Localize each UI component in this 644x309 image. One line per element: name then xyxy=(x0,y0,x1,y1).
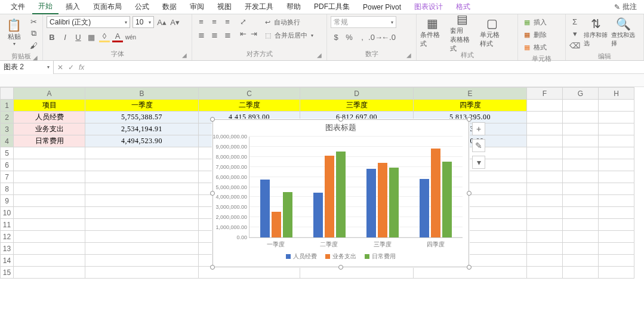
tab-insert[interactable]: 插入 xyxy=(60,0,86,14)
cell[interactable] xyxy=(14,255,85,267)
bar[interactable] xyxy=(283,192,292,237)
cell[interactable] xyxy=(599,123,634,135)
dialog-launcher-icon[interactable]: ◢ xyxy=(33,54,38,61)
resize-handle[interactable] xyxy=(467,191,472,196)
cell[interactable] xyxy=(85,195,199,207)
cell[interactable]: 项目 xyxy=(14,100,85,112)
paste-button[interactable]: 📋 粘贴 ▾ xyxy=(4,16,24,50)
cancel-formula-button[interactable]: ✕ xyxy=(57,63,63,72)
tab-developer[interactable]: 开发工具 xyxy=(239,0,279,14)
cell[interactable] xyxy=(563,112,599,123)
bar[interactable] xyxy=(336,152,346,237)
legend-item[interactable]: 日常费用 xyxy=(365,252,396,261)
dialog-launcher-icon[interactable]: ◢ xyxy=(182,52,187,58)
number-format-combo[interactable]: 常规▾ xyxy=(331,16,396,28)
cell[interactable]: 二季度 xyxy=(199,100,300,112)
chart-plot-area[interactable]: 0.001,000,000.002,000,000.003,000,000.00… xyxy=(249,137,463,238)
font-color-button[interactable]: A xyxy=(112,32,123,42)
col-header-B[interactable]: B xyxy=(85,88,199,100)
col-header-C[interactable]: C xyxy=(199,88,300,100)
cell[interactable] xyxy=(599,255,634,267)
font-name-combo[interactable]: Calibri (正文)▾ xyxy=(47,16,130,28)
dialog-launcher-icon[interactable]: ◢ xyxy=(406,52,411,58)
cell[interactable]: 5,755,388.57 xyxy=(85,112,199,123)
cell[interactable] xyxy=(563,255,599,267)
cell[interactable] xyxy=(563,243,599,255)
cell[interactable] xyxy=(14,195,85,207)
select-all-corner[interactable] xyxy=(1,88,14,100)
format-as-table-button[interactable]: ▤套用 表格格式 xyxy=(450,16,474,50)
fill-button[interactable]: ▾ xyxy=(569,28,580,39)
copy-button[interactable]: ⧉ xyxy=(28,28,39,39)
bar[interactable] xyxy=(313,193,323,237)
bold-button[interactable]: B xyxy=(47,32,57,42)
tab-formulas[interactable]: 公式 xyxy=(129,0,155,14)
clear-button[interactable]: ⌫ xyxy=(569,40,580,51)
cell[interactable] xyxy=(563,231,599,243)
cell[interactable] xyxy=(599,100,634,112)
worksheet-grid[interactable]: A B C D E F G H 1项目一季度二季度三季度四季度2人员经费5,75… xyxy=(0,87,644,279)
row-header[interactable]: 8 xyxy=(1,183,14,195)
row-header[interactable]: 12 xyxy=(1,231,14,243)
cell[interactable] xyxy=(14,207,85,219)
border-button[interactable]: ▦ xyxy=(86,32,97,42)
row-header[interactable]: 11 xyxy=(1,219,14,231)
decrease-font-button[interactable]: A▾ xyxy=(170,17,180,27)
bar[interactable] xyxy=(431,149,440,237)
row-header[interactable]: 6 xyxy=(1,159,14,171)
row-header[interactable]: 9 xyxy=(1,195,14,207)
resize-handle[interactable] xyxy=(467,265,472,270)
align-top-button[interactable]: ≡ xyxy=(196,16,207,27)
cell[interactable] xyxy=(599,219,634,231)
chart-filters-button[interactable]: ▾ xyxy=(472,156,485,169)
cell[interactable] xyxy=(563,207,599,219)
chart-elements-button[interactable]: + xyxy=(472,122,485,135)
fx-button[interactable]: fx xyxy=(79,63,84,72)
cell[interactable] xyxy=(14,159,85,171)
underline-button[interactable]: U xyxy=(73,32,84,42)
cell[interactable] xyxy=(563,195,599,207)
cell[interactable]: 人员经费 xyxy=(14,112,85,123)
tab-home[interactable]: 开始 xyxy=(32,0,58,14)
cell-styles-button[interactable]: ▢单元格样式 xyxy=(480,16,504,50)
decrease-decimal-button[interactable]: ←.0 xyxy=(383,32,394,42)
resize-handle[interactable] xyxy=(467,117,472,122)
cell[interactable] xyxy=(563,147,599,159)
accept-formula-button[interactable]: ✓ xyxy=(68,63,74,72)
bar[interactable] xyxy=(378,163,387,237)
bar[interactable] xyxy=(442,162,452,237)
cell[interactable] xyxy=(527,100,563,112)
row-header[interactable]: 3 xyxy=(1,123,14,135)
row-header[interactable]: 4 xyxy=(1,135,14,147)
legend-item[interactable]: 业务支出 xyxy=(325,252,356,261)
comments-button[interactable]: ✎ 批注 xyxy=(614,2,637,12)
conditional-formatting-button[interactable]: ▦条件格式 xyxy=(420,16,444,50)
col-header-A[interactable]: A xyxy=(14,88,85,100)
comma-format-button[interactable]: , xyxy=(357,32,368,42)
cell[interactable] xyxy=(14,231,85,243)
row-header[interactable]: 1 xyxy=(1,100,14,112)
col-header-G[interactable]: G xyxy=(563,88,599,100)
cell[interactable] xyxy=(599,195,634,207)
cell[interactable] xyxy=(14,267,85,279)
col-header-F[interactable]: F xyxy=(527,88,563,100)
cell[interactable] xyxy=(563,123,599,135)
cell[interactable]: 业务支出 xyxy=(14,123,85,135)
decrease-indent-button[interactable]: ⇤ xyxy=(238,28,248,39)
cell[interactable] xyxy=(85,183,199,195)
delete-cells-button[interactable]: ▦删除 xyxy=(522,29,562,41)
row-header[interactable]: 14 xyxy=(1,255,14,267)
chart-styles-button[interactable]: ✎ xyxy=(472,139,485,152)
insert-cells-button[interactable]: ▦插入 xyxy=(522,16,562,28)
tab-help[interactable]: 帮助 xyxy=(281,0,307,14)
row-header[interactable]: 7 xyxy=(1,171,14,183)
align-middle-button[interactable]: ≡ xyxy=(209,16,220,27)
cell[interactable] xyxy=(14,219,85,231)
cell[interactable] xyxy=(85,207,199,219)
cell[interactable] xyxy=(563,267,599,279)
bar[interactable] xyxy=(366,169,376,237)
bar[interactable] xyxy=(325,156,334,237)
cell[interactable] xyxy=(527,112,563,123)
cell[interactable] xyxy=(599,112,634,123)
italic-button[interactable]: I xyxy=(60,32,70,42)
